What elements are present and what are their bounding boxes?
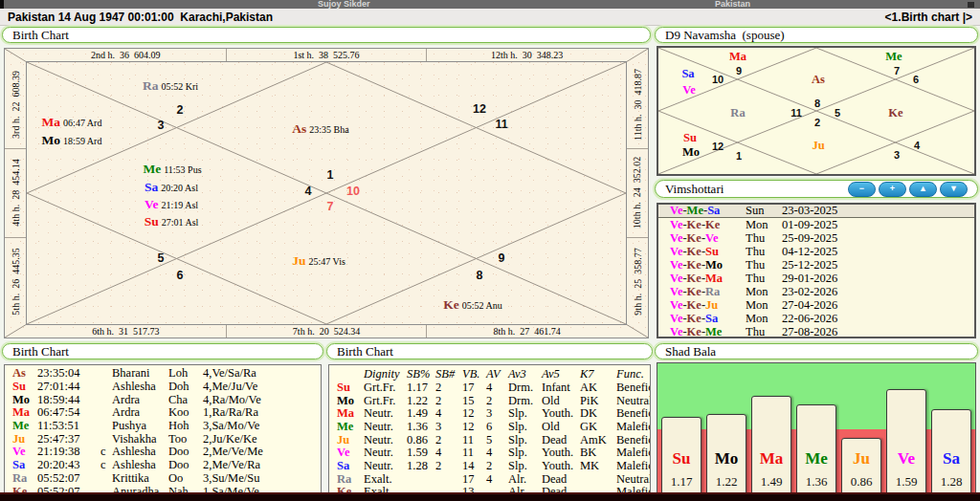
house-border-label: 8th h. 27 461.74 [426,325,627,338]
house-border-label: 12th h. 30 348.23 [426,49,627,61]
dasha-control-button[interactable]: ▼ [940,182,968,197]
table-row[interactable]: Ju 25:47:37 Vishakha Too 2,Ju/Ke/Ke [5,432,321,446]
house-border-label: 11th h. 30 418.87 [627,61,648,148]
d9-chart-diagram[interactable]: MaMeSaAsVeRaKeSuMoJu 910768115212143 [657,46,976,176]
house-border-label: 4th h. 28 454.14 [5,148,26,236]
menu-bar: Sujoy Sikder Pakistan [0,0,980,9]
dasha-date: 23-03-2025 [782,204,974,218]
dasha-row[interactable]: Ve-Ke-Ke Mon 01-09-2025 [658,218,974,231]
dasha-row[interactable]: Ve-Ke-Mo Thu 25-12-2025 [658,258,974,272]
table-row[interactable]: Sa 20:20:43 c Ashlesha Doo 2,Me/Ve/Ra [5,459,321,472]
shad-bala-bar[interactable]: Ve 1.59 [886,389,926,495]
panel-title: Birth Chart [12,344,69,359]
panel-title: D9 Navamsha (spouse) [665,28,785,43]
dasha-row[interactable]: Ve-Ke-Sa Mon 22-06-2026 [658,312,974,325]
shad-bala-value: 0.86 [842,474,880,490]
karaka7: MK [580,459,616,473]
table-row[interactable]: As 23:35:04 Bharani Loh 4,Ve/Sa/Ra [5,367,321,381]
table-row[interactable]: Ra Exalt. 17 4 Alr. Dead Neutral [329,472,650,486]
dasha-sequence: Ve-Ke-Ve [658,231,746,246]
dasha-sequence: Ve-Ke-Me [658,325,746,339]
shad-bala-bar[interactable]: Su 1.17 [661,417,702,495]
table-header-row: Dignity SB% SB# VB. AV Av3 Av5 K7 Func. [329,367,650,381]
house-border-label: 1st h. 38 525.76 [226,49,427,61]
shadbala-pct: 1.28 [407,459,435,473]
chart-selector[interactable]: <1.Birth chart |> [885,11,972,24]
dasha-weekday: Thu [746,272,782,286]
dasha-date: 01-09-2025 [782,218,974,232]
shad-bala-value: 1.17 [662,474,701,490]
planet-abbr: Sa [932,449,970,468]
shad-bala-value: 1.59 [887,474,925,490]
apple-menu-icon[interactable] [0,0,4,9]
shad-bala-bar[interactable]: Sa 1.28 [931,409,971,495]
planet-abbr: Mo [707,449,746,468]
dasha-sequence: Ve-Me-Sa [658,204,746,218]
dasha-weekday: Mon [746,285,782,299]
birth-chart-frame[interactable]: 2nd h. 36 604.091st h. 38 525.7612th h. … [4,48,649,338]
table-row[interactable]: Mo Grt.Fr. 1.22 2 15 2 Drm. Old PiK Neut… [329,394,650,407]
dasha-sequence: Ve-Ke-Sa [658,312,746,326]
dasha-sequence: Ve-Ke-Su [658,245,746,259]
shad-bala-bar[interactable]: Ma 1.49 [751,396,791,495]
house-border-label: 7th h. 20 524.34 [226,325,427,338]
table-row[interactable]: Mo 18:59:44 Ardra Cha 4,Ra/Mo/Ve [5,393,321,406]
north-indian-chart-lines [658,48,974,174]
menu-status-icon[interactable] [968,2,974,8]
dasha-control-button[interactable]: + [879,182,906,197]
dasha-row[interactable]: Ve-Me-Sa Sun 23-03-2025 [658,205,974,218]
table-row[interactable]: Me 11:53:51 Pushya Hoh 3,Sa/Mo/Ve [5,420,321,433]
info-bar: Pakistan 14 Aug 1947 00:01:00 Karachi,Pa… [0,9,980,26]
table-row[interactable]: Su Grt.Fr. 1.17 2 17 4 Drm. Infant AK Be… [329,381,650,395]
dasha-weekday: Mon [746,298,782,313]
dasha-date: 22-06-2026 [782,312,974,326]
dasha-control-button[interactable]: − [848,182,876,197]
dasha-date: 04-12-2025 [782,245,974,259]
dasha-row[interactable]: Ve-Ke-Ve Thu 25-09-2025 [658,231,974,245]
house-border-right: 11th h. 30 418.8710th h. 24 352.029th h.… [627,61,648,325]
combust-flag: c [100,458,112,472]
table-row[interactable]: Sa Neutr. 1.28 2 14 2 Slp. Youth. MK Mal… [329,460,650,473]
planet-detail-table: As 23:35:04 Bharani Loh 4,Ve/Sa/Ra Su 27… [4,364,322,501]
dasha-control-button[interactable]: ▲ [909,182,937,197]
panel-title: Birth Chart [337,344,393,359]
strength-table-title-bar: Birth Chart [326,343,653,359]
astrology-app-window: Sujoy Sikder Pakistan Pakistan 14 Aug 19… [0,0,980,501]
dasha-weekday: Thu [746,258,782,272]
shad-bala-bar[interactable]: Me 1.36 [796,404,836,495]
dasha-row[interactable]: Ve-Ke-Su Thu 04-12-2025 [658,245,974,258]
planet-abbr: Me [797,449,835,468]
table-row[interactable]: Ma Neutr. 1.49 4 12 3 Slp. Youth. DK Ben… [329,407,650,421]
dasha-date: 27-08-2026 [782,325,974,339]
shad-bala-value: 1.22 [707,474,746,490]
shad-bala-bars: Su 1.17 Mo 1.22 Ma 1.49 Me 1.36 Ju 0.86 [661,389,971,495]
birth-chart-title-bar: Birth Chart [2,27,651,43]
dasha-weekday: Thu [746,325,782,339]
dasha-weekday: Thu [746,245,782,259]
table-row[interactable]: Ra 05:52:07 Krittika Oo 3,Su/Me/Su [5,472,321,486]
table-row[interactable]: Ve 21:19:38 c Ashlesha Doo 2,Me/Ve/Me [5,446,321,459]
dasha-sequence: Ve-Ke-Mo [658,258,746,272]
dasha-table: Ve-Me-Sa Sun 23-03-2025 Ve-Ke-Ke Mon 01-… [657,203,976,338]
d9-title-bar: D9 Navamsha (spouse) [655,27,978,43]
north-indian-chart-lines [27,62,626,324]
dasha-row[interactable]: Ve-Ke-Ra Mon 23-02-2026 [658,285,974,298]
table-row[interactable]: Ma 06:47:54 Ardra Koo 1,Ra/Ra/Ra [5,406,321,420]
dasha-row[interactable]: Ve-Ke-Ju Mon 27-04-2026 [658,298,974,312]
vimshottari-panel: Vimshottari −+▲▼ Ve-Me-Sa Sun 23-03-2025… [655,180,978,340]
house-border-left: 3rd h. 22 608.394th h. 28 454.145th h. 2… [5,61,26,325]
table-row[interactable]: Me Neutr. 1.36 3 12 6 Slp. Old GK Malefi… [329,421,650,434]
table-row[interactable]: Su 27:01:44 Ashlesha Doh 4,Me/Ju/Ve [5,381,321,394]
house-border-label: 9th h. 25 358.77 [627,237,648,325]
dasha-row[interactable]: Ve-Ke-Ma Thu 29-01-2026 [658,272,974,285]
dasha-row[interactable]: Ve-Ke-Me Thu 27-08-2026 [658,325,974,338]
dasha-weekday: Sun [746,204,782,218]
table-row[interactable]: Ju Neutr. 0.86 2 11 5 Slp. Dead AmK Bene… [329,433,650,447]
dasha-date: 29-01-2026 [782,272,974,286]
shad-bala-bar[interactable]: Ju 0.86 [841,438,881,495]
shad-bala-bar[interactable]: Mo 1.22 [706,414,746,495]
table-row[interactable]: Ve Neutr. 1.59 4 11 4 Slp. Youth. BK Mal… [329,447,650,460]
dasha-controls: −+▲▼ [845,182,968,197]
dasha-date: 23-02-2026 [782,285,974,299]
house-border-label: 10th h. 24 352.02 [627,148,648,236]
